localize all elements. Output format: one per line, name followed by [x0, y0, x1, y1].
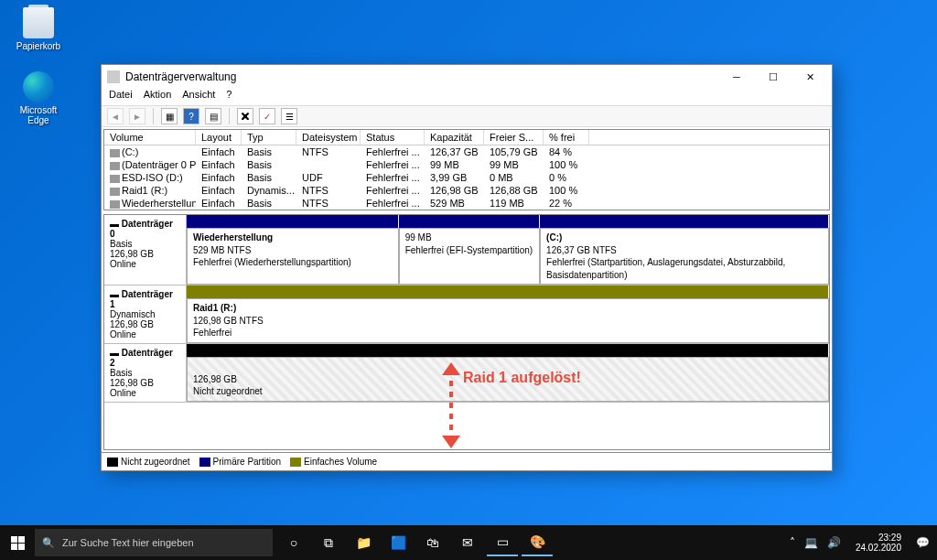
legend-swatch-simple: [290, 458, 301, 467]
tray-network-icon[interactable]: 💻: [804, 536, 818, 549]
volume-list[interactable]: Volume Layout Typ Dateisystem Status Kap…: [103, 129, 830, 210]
windows-logo-icon: [11, 536, 25, 550]
menubar: Datei Aktion Ansicht ?: [102, 89, 832, 105]
tray-chevron-icon[interactable]: ˄: [790, 536, 795, 549]
taskbar-paint-icon[interactable]: 🎨: [522, 529, 553, 556]
disk-label: ▬ Datenträger 2 Basis 126,98 GB Online: [104, 344, 187, 402]
legend-swatch-unallocated: [107, 458, 118, 467]
tray-volume-icon[interactable]: 🔊: [827, 536, 841, 549]
toolbar-action-icon[interactable]: 🗙: [237, 108, 253, 124]
forward-button: ►: [129, 108, 145, 124]
search-placeholder: Zur Suche Text hier eingeben: [62, 537, 194, 548]
annotation-text: Raid 1 aufgelöst!: [463, 370, 581, 386]
recycle-bin-icon: [23, 7, 54, 38]
legend-swatch-primary: [199, 458, 210, 467]
disk-graphical-pane[interactable]: ▬ Datenträger 0 Basis 126,98 GB Online W…: [103, 214, 830, 450]
edge-icon: [23, 71, 54, 102]
menu-help[interactable]: ?: [226, 89, 232, 105]
taskbar: 🔍 Zur Suche Text hier eingeben ○ ⧉ 📁 🟦 🛍…: [0, 525, 937, 560]
app-icon: [107, 70, 120, 83]
task-view-icon[interactable]: ⧉: [313, 529, 344, 556]
toolbar-help-icon[interactable]: ?: [183, 108, 199, 124]
volume-list-header: Volume Layout Typ Dateisystem Status Kap…: [104, 130, 829, 145]
taskbar-store-icon[interactable]: 🛍: [417, 529, 448, 556]
disk-row-1[interactable]: ▬ Datenträger 1 Dynamisch 126,98 GB Onli…: [104, 285, 829, 344]
partition-raid1[interactable]: Raid1 (R:) 126,98 GB NTFS Fehlerfrei: [187, 298, 829, 343]
disk-icon: ▬: [110, 289, 122, 299]
start-button[interactable]: [0, 525, 35, 560]
disk-label: ▬ Datenträger 0 Basis 126,98 GB Online: [104, 215, 187, 285]
disk-row-0[interactable]: ▬ Datenträger 0 Basis 126,98 GB Online W…: [104, 215, 829, 285]
disk-icon: ▬: [110, 219, 122, 229]
col-volume[interactable]: Volume: [104, 130, 196, 145]
partition-bar: [187, 285, 829, 298]
toolbar: ◄ ► ▦ ? ▤ 🗙 ✓ ☰: [102, 105, 832, 127]
volume-row[interactable]: ESD-ISO (D:)EinfachBasisUDFFehlerfrei ..…: [104, 171, 829, 184]
col-free[interactable]: Freier S...: [484, 130, 544, 145]
partition-bar: [399, 215, 540, 228]
col-capacity[interactable]: Kapazität: [425, 130, 484, 145]
taskbar-search[interactable]: 🔍 Zur Suche Text hier eingeben: [35, 529, 273, 556]
volume-row[interactable]: Raid1 (R:)EinfachDynamis...NTFSFehlerfre…: [104, 184, 829, 197]
volume-row[interactable]: (C:)EinfachBasisNTFSFehlerfrei ...126,37…: [104, 145, 829, 158]
col-layout[interactable]: Layout: [196, 130, 242, 145]
disk-management-window: Datenträgerverwaltung ─ ☐ ✕ Datei Aktion…: [101, 64, 833, 471]
search-icon: 🔍: [42, 537, 55, 549]
col-filesystem[interactable]: Dateisystem: [296, 130, 361, 145]
desktop-edge[interactable]: Microsoft Edge: [11, 71, 66, 125]
toolbar-list-icon[interactable]: ☰: [281, 108, 297, 124]
disk-icon: ▬: [110, 348, 122, 358]
back-button: ◄: [107, 108, 124, 124]
desktop-icon-label: Papierkorb: [16, 41, 60, 51]
annotation-arrow-line: [449, 370, 453, 443]
col-percent[interactable]: % frei: [544, 130, 589, 145]
taskbar-mail-icon[interactable]: ✉: [452, 529, 483, 556]
taskbar-clock[interactable]: 23:29 24.02.2020: [850, 533, 907, 554]
annotation-arrow-icon: [442, 436, 460, 448]
volume-row[interactable]: (Datenträger 0 Par...EinfachBasisFehlerf…: [104, 158, 829, 171]
partition-c[interactable]: (C:) 126,37 GB NTFS Fehlerfrei (Startpar…: [540, 228, 829, 285]
menu-aktion[interactable]: Aktion: [144, 89, 172, 105]
partition-bar: [187, 215, 399, 228]
desktop-icon-label: Microsoft Edge: [20, 105, 58, 125]
legend: Nicht zugeordnet Primäre Partition Einfa…: [102, 452, 832, 470]
close-button[interactable]: ✕: [792, 65, 828, 89]
notifications-icon[interactable]: 💬: [916, 536, 930, 549]
partition-efi[interactable]: 99 MB Fehlerfrei (EFI-Systempartition): [399, 228, 540, 285]
partition-bar: [540, 215, 829, 228]
volume-row[interactable]: WiederherstellungEinfachBasisNTFSFehlerf…: [104, 197, 829, 210]
minimize-button[interactable]: ─: [718, 65, 755, 89]
partition-recovery[interactable]: Wiederherstellung 529 MB NTFS Fehlerfrei…: [187, 228, 399, 285]
system-tray[interactable]: ˄ 💻 🔊 23:29 24.02.2020 💬: [782, 533, 937, 554]
cortana-icon[interactable]: ○: [278, 529, 309, 556]
desktop-recycle-bin[interactable]: Papierkorb: [11, 7, 66, 51]
col-status[interactable]: Status: [361, 130, 425, 145]
toolbar-refresh-icon[interactable]: ✓: [259, 108, 275, 124]
col-type[interactable]: Typ: [242, 130, 296, 145]
taskbar-explorer-icon[interactable]: 📁: [348, 529, 379, 556]
window-title: Datenträgerverwaltung: [125, 70, 236, 83]
taskbar-apps-icon[interactable]: 🟦: [382, 529, 414, 556]
menu-datei[interactable]: Datei: [109, 89, 133, 105]
maximize-button[interactable]: ☐: [755, 65, 792, 89]
menu-ansicht[interactable]: Ansicht: [182, 89, 215, 105]
toolbar-sheet-icon[interactable]: ▤: [205, 108, 221, 124]
partition-bar: [187, 344, 829, 357]
disk-label: ▬ Datenträger 1 Dynamisch 126,98 GB Onli…: [104, 285, 187, 343]
toolbar-view-icon[interactable]: ▦: [161, 108, 178, 124]
titlebar[interactable]: Datenträgerverwaltung ─ ☐ ✕: [102, 65, 832, 89]
taskbar-diskmgmt-icon[interactable]: ▭: [487, 529, 518, 556]
